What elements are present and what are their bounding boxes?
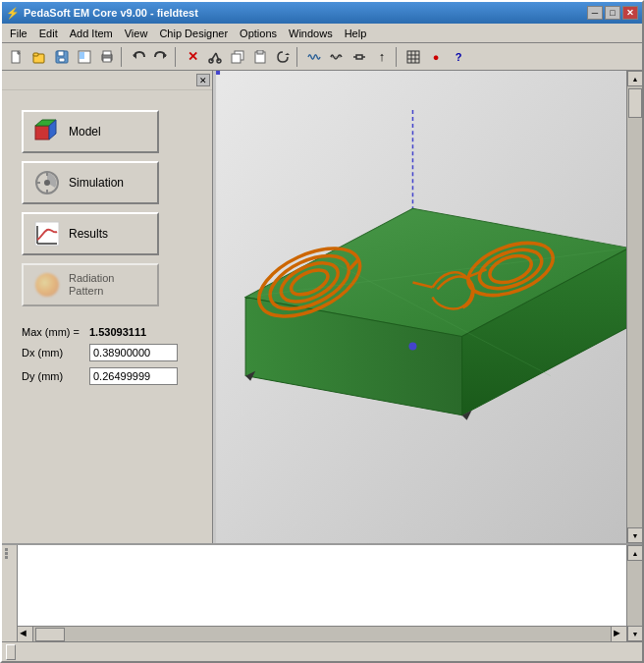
new-button[interactable] — [6, 46, 27, 68]
status-text — [6, 644, 16, 660]
toolbar-sep-1 — [121, 47, 125, 67]
svg-rect-2 — [33, 53, 38, 56]
bottom-list[interactable] — [18, 545, 626, 626]
svg-line-15 — [211, 53, 216, 61]
svg-rect-65 — [5, 552, 8, 555]
grid-toggle[interactable] — [402, 46, 424, 68]
viewport-scrollbar-v: ▲ ▼ — [626, 71, 642, 543]
menu-chip-designer[interactable]: Chip Designer — [153, 26, 234, 41]
svg-marker-21 — [285, 53, 290, 55]
toolbar: ✕ ↑ ● ? — [2, 43, 642, 71]
svg-rect-31 — [35, 126, 49, 139]
coil-button[interactable] — [326, 46, 348, 68]
window-title: PedaSoft EM Core v9.00 - fieldtest — [24, 7, 198, 19]
radiation-icon — [33, 271, 61, 299]
info-button[interactable] — [74, 46, 95, 68]
hscroll-thumb[interactable] — [35, 628, 65, 641]
left-panel: ✕ Model — [2, 71, 213, 543]
arrow-up-button[interactable]: ↑ — [371, 46, 393, 68]
resistor-button[interactable] — [349, 46, 370, 68]
menu-help[interactable]: Help — [339, 26, 373, 41]
grip-icon — [4, 547, 16, 559]
menu-file[interactable]: File — [4, 26, 33, 41]
results-button[interactable]: Results — [22, 212, 159, 255]
dx-label: Dx (mm) — [22, 347, 85, 359]
dy-label: Dy (mm) — [22, 370, 85, 382]
cut-button[interactable] — [204, 46, 226, 68]
svg-point-35 — [44, 180, 50, 186]
status-bar — [2, 641, 642, 661]
bottom-vscrollbar: ▲ ▼ — [626, 545, 642, 641]
toolbar-sep-2 — [175, 47, 179, 67]
menu-windows[interactable]: Windows — [283, 26, 339, 41]
panel-close-button[interactable]: ✕ — [196, 74, 210, 86]
close-button[interactable]: ✕ — [622, 6, 638, 20]
title-bar-left: ⚡ PedaSoft EM Core v9.00 - fieldtest — [6, 6, 198, 20]
svg-rect-18 — [232, 54, 241, 63]
rotate-button[interactable] — [272, 46, 294, 68]
results-icon — [33, 220, 61, 248]
maximize-button[interactable]: □ — [605, 6, 620, 20]
right-panel: ▲ ▼ — [213, 71, 642, 543]
bottom-hscrollbar: ◄ ► — [18, 626, 626, 641]
radiation-button[interactable]: Radiation Pattern — [22, 263, 159, 306]
toolbar-sep-4 — [396, 47, 400, 67]
wave-button[interactable] — [303, 46, 325, 68]
svg-rect-9 — [103, 51, 111, 55]
scroll-track-v — [627, 86, 642, 527]
open-button[interactable] — [28, 46, 50, 68]
menu-edit[interactable]: Edit — [33, 26, 64, 41]
svg-rect-5 — [59, 58, 65, 62]
hscroll-right[interactable]: ► — [611, 627, 626, 642]
model-icon — [33, 118, 61, 145]
3d-scene-svg — [213, 71, 642, 543]
menu-view[interactable]: View — [119, 26, 154, 41]
radiation-label: Radiation Pattern — [69, 272, 114, 298]
dy-row: Dy (mm) — [22, 367, 192, 385]
svg-rect-26 — [407, 51, 419, 63]
3d-viewport[interactable] — [213, 71, 642, 543]
menu-options[interactable]: Options — [234, 26, 283, 41]
svg-rect-20 — [257, 50, 263, 54]
delete-button[interactable]: ✕ — [182, 46, 203, 68]
model-label: Model — [69, 125, 101, 138]
model-button[interactable]: Model — [22, 110, 159, 153]
max-value: 1.53093111 — [89, 326, 146, 338]
svg-rect-7 — [80, 52, 84, 59]
minimize-button[interactable]: ─ — [587, 6, 603, 20]
svg-rect-10 — [103, 58, 111, 62]
paste-button[interactable] — [249, 46, 271, 68]
record-button[interactable]: ● — [425, 46, 447, 68]
svg-rect-66 — [5, 556, 8, 559]
print-button[interactable] — [96, 46, 118, 68]
redo-button[interactable] — [150, 46, 172, 68]
main-split: ✕ Model — [2, 71, 642, 543]
scroll-thumb-v[interactable] — [628, 88, 642, 118]
nav-buttons: Model Simulation — [2, 90, 212, 316]
undo-button[interactable] — [128, 46, 149, 68]
simulation-button[interactable]: Simulation — [22, 161, 159, 204]
dx-row: Dx (mm) — [22, 344, 192, 361]
help-button[interactable]: ? — [448, 46, 469, 68]
scroll-down-button[interactable]: ▼ — [627, 527, 642, 543]
hscroll-left[interactable]: ◄ — [18, 627, 33, 642]
bottom-scroll-track — [627, 561, 642, 626]
save-button[interactable] — [51, 46, 73, 68]
svg-point-58 — [408, 343, 416, 351]
dx-input[interactable] — [89, 344, 178, 361]
bottom-scroll-up[interactable]: ▲ — [627, 545, 643, 561]
menu-bar: File Edit Add Item View Chip Designer Op… — [2, 24, 642, 43]
simulation-label: Simulation — [69, 176, 124, 190]
dy-input[interactable] — [89, 367, 178, 385]
bottom-scroll-down[interactable]: ▼ — [627, 626, 643, 641]
main-window: ⚡ PedaSoft EM Core v9.00 - fieldtest ─ □… — [0, 0, 644, 663]
hscroll-track — [33, 627, 611, 641]
max-label: Max (mm) = — [22, 326, 85, 338]
info-section: Max (mm) = 1.53093111 Dx (mm) Dy (mm) — [2, 316, 212, 395]
title-controls: ─ □ ✕ — [587, 6, 638, 20]
scroll-up-button[interactable]: ▲ — [627, 71, 642, 86]
svg-rect-39 — [35, 222, 59, 246]
title-bar: ⚡ PedaSoft EM Core v9.00 - fieldtest ─ □… — [2, 2, 642, 24]
menu-add-item[interactable]: Add Item — [64, 26, 119, 41]
copy-button[interactable] — [227, 46, 248, 68]
